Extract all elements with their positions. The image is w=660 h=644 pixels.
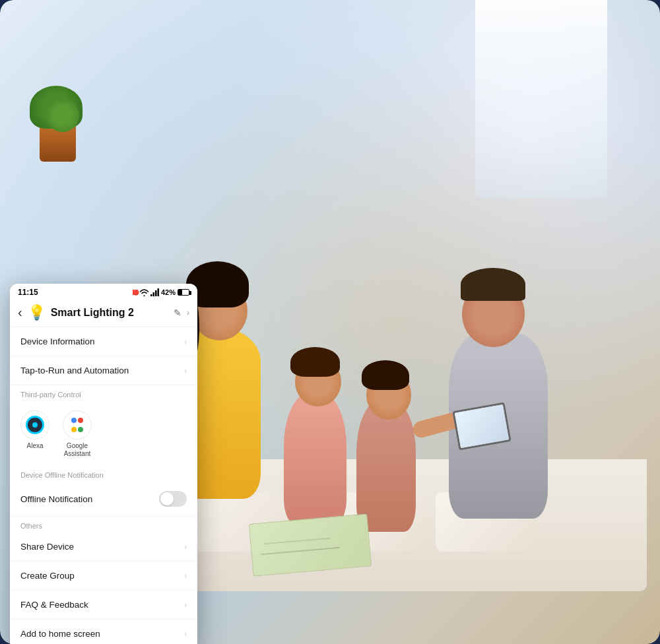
faq-feedback-label: FAQ & Feedback <box>20 600 88 610</box>
third-party-section-label: Third-party Control <box>10 385 197 401</box>
tap-to-run-chevron: › <box>184 366 187 375</box>
status-bar: 11:15 🔴 42% <box>10 284 197 300</box>
status-time: 11:15 <box>18 288 38 297</box>
window-decoration <box>475 0 607 198</box>
battery-percentage: 42% <box>161 288 176 296</box>
signal-icon <box>150 288 160 296</box>
tap-to-run-label: Tap-to-Run and Automation <box>20 366 129 375</box>
phone-header: ‹ 💡 Smart Lighting 2 ✎ › <box>10 300 197 327</box>
google-assistant-button[interactable]: GoogleAssistant <box>63 410 92 458</box>
create-group-chevron: › <box>184 571 187 581</box>
svg-rect-1 <box>152 292 154 296</box>
toggle-knob <box>160 492 174 505</box>
svg-rect-0 <box>150 294 152 296</box>
others-section-label: Others <box>10 517 197 532</box>
phone-mockup: 11:15 🔴 42% <box>10 284 197 644</box>
device-information-label: Device Information <box>20 337 95 346</box>
add-home-screen-label: Add to home screen <box>20 629 100 639</box>
phone-content: Device Information › Tap-to-Run and Auto… <box>10 327 197 644</box>
add-home-screen-chevron: › <box>184 629 187 639</box>
share-device-item[interactable]: Share Device › <box>10 532 197 562</box>
third-party-section: Alexa GoogleAssistant <box>10 401 197 466</box>
svg-rect-3 <box>157 288 159 296</box>
offline-section-label: Device Offline Notification <box>10 466 197 482</box>
alexa-button[interactable]: Alexa <box>20 410 50 458</box>
google-assistant-icon <box>63 410 92 439</box>
detail-chevron: › <box>187 308 189 317</box>
offline-notification-label: Offline Notification <box>20 494 92 504</box>
offline-notification-toggle[interactable] <box>159 491 187 507</box>
tap-to-run-item[interactable]: Tap-to-Run and Automation › <box>10 356 197 385</box>
share-device-label: Share Device <box>20 542 74 552</box>
add-home-screen-item[interactable]: Add to home screen › <box>10 620 197 644</box>
back-button[interactable]: ‹ <box>18 304 28 321</box>
alexa-icon <box>20 410 50 439</box>
device-icon: 💡 <box>28 306 46 320</box>
device-information-item[interactable]: Device Information › <box>10 327 197 356</box>
offline-notification-row: Offline Notification <box>10 482 197 517</box>
wifi-icon <box>139 288 149 296</box>
edit-button[interactable]: ✎ <box>174 307 182 318</box>
offline-section: Offline Notification <box>10 482 197 517</box>
faq-feedback-item[interactable]: FAQ & Feedback › <box>10 591 197 620</box>
faq-feedback-chevron: › <box>184 600 187 610</box>
share-device-chevron: › <box>184 542 187 552</box>
device-information-chevron: › <box>184 337 187 346</box>
alexa-label: Alexa <box>26 442 43 450</box>
google-assistant-label: GoogleAssistant <box>64 442 91 458</box>
svg-rect-2 <box>155 290 157 296</box>
create-group-label: Create Group <box>20 571 75 581</box>
create-group-item[interactable]: Create Group › <box>10 562 197 591</box>
device-name: Smart Lighting 2 <box>51 307 168 319</box>
